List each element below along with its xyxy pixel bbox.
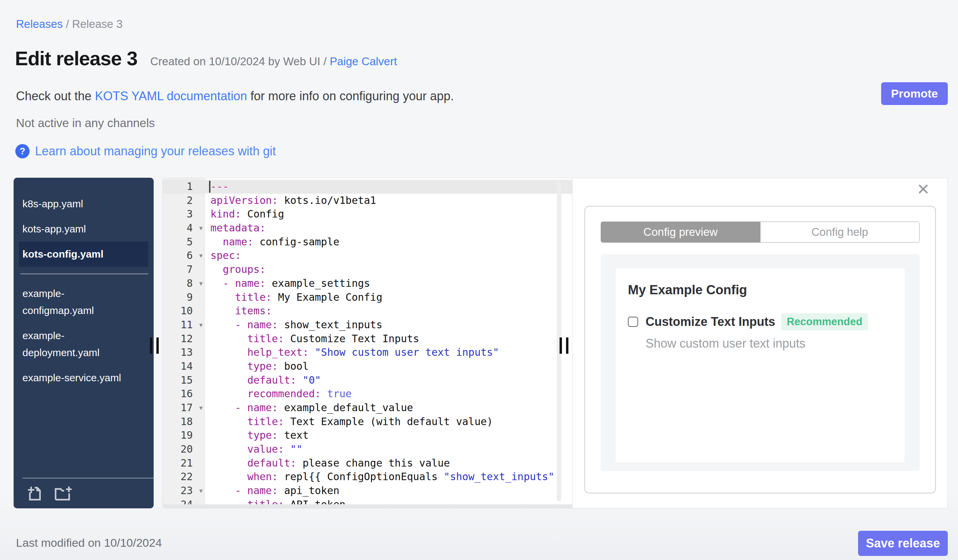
code-line-1[interactable]: 1--- [163,180,572,194]
code-text[interactable]: default: please change this value [204,456,450,470]
code-text[interactable]: title: Text Example (with default value) [204,415,493,429]
yaml-editor[interactable]: 1---2apiVersion: kots.io/v1beta13kind: C… [163,178,572,508]
line-number: 18 [163,415,204,429]
code-text[interactable]: - name: show_text_inputs [204,318,382,332]
customize-text-inputs-checkbox[interactable] [628,317,638,327]
new-file-button[interactable] [25,484,43,503]
line-number: 4▾ [163,221,204,235]
recommended-badge: Recommended [781,313,868,330]
line-number: 23▾ [163,484,204,498]
code-line-7[interactable]: 7 groups: [163,263,572,277]
config-tabs: Config preview Config help [601,221,920,243]
code-line-10[interactable]: 10 items: [163,304,572,318]
code-line-9[interactable]: 9 title: My Example Config [163,291,572,304]
learn-git-link[interactable]: Learn about managing your releases with … [35,144,276,158]
code-line-19[interactable]: 19 type: text [163,429,572,443]
sidebar-item-example-deployment-yaml[interactable]: example-deployment.yaml [14,323,154,365]
line-number: 2 [163,194,204,207]
code-line-12[interactable]: 12 title: Customize Text Inputs [163,332,572,346]
code-text[interactable]: - name: example_settings [204,277,370,291]
breadcrumb-releases-link[interactable]: Releases [16,18,63,30]
code-line-15[interactable]: 15 default: "0" [163,373,572,388]
line-number: 22 [163,470,204,484]
sidebar-item-kots-app-yaml[interactable]: kots-app.yaml [14,217,154,242]
code-text[interactable]: title: Customize Text Inputs [204,332,419,346]
sidebar-resize-handle[interactable] [150,337,163,355]
author-link[interactable]: Paige Calvert [330,55,397,68]
code-text[interactable]: metadata: [204,221,266,235]
code-text[interactable]: name: config-sample [204,235,339,249]
code-line-22[interactable]: 22 when: repl{{ ConfigOptionEquals "show… [163,470,572,484]
code-line-11[interactable]: 11▾ - name: show_text_inputs [163,318,572,332]
sidebar-item-example-service-yaml[interactable]: example-service.yaml [14,365,154,391]
code-line-23[interactable]: 23▾ - name: api_token [163,484,572,498]
editor-resize-handle[interactable] [560,337,573,355]
tab-config-help[interactable]: Config help [760,222,920,242]
file-sidebar: k8s-app.yamlkots-app.yamlkots-config.yam… [14,178,154,508]
code-line-16[interactable]: 16 recommended: true [163,387,572,401]
code-text[interactable]: groups: [204,263,266,277]
code-text[interactable]: kind: Config [204,207,284,221]
config-group-title: My Example Config [628,283,747,297]
code-line-4[interactable]: 4▾metadata: [163,221,572,235]
code-text[interactable]: default: "0" [204,373,321,388]
file-list-divider [21,274,148,274]
code-text[interactable]: spec: [204,249,241,263]
fold-arrow-icon[interactable]: ▾ [199,277,203,291]
code-text[interactable]: help_text: "Show custom user text inputs… [204,346,499,359]
code-text[interactable]: - name: api_token [204,484,339,498]
code-text[interactable]: value: "" [204,443,303,456]
code-line-2[interactable]: 2apiVersion: kots.io/v1beta1 [163,194,572,207]
code-line-5[interactable]: 5 name: config-sample [163,235,572,249]
config-group-card: My Example Config Customize Text Inputs … [615,269,905,462]
sidebar-item-example-configmap-yaml[interactable]: example-configmap.yaml [14,281,154,323]
tab-config-preview[interactable]: Config preview [601,222,760,242]
last-modified-text: Last modified on 10/10/2024 [16,536,162,549]
fold-arrow-icon[interactable]: ▾ [199,484,203,498]
question-mark-icon[interactable]: ? [15,144,30,158]
code-text[interactable]: type: text [204,429,309,443]
docs-post: for more info on configuring your app. [247,89,454,103]
fold-arrow-icon[interactable]: ▾ [199,249,203,263]
sidebar-item-k8s-app-yaml[interactable]: k8s-app.yaml [14,191,154,217]
save-release-button[interactable]: Save release [858,531,948,556]
code-text[interactable]: - name: example_default_value [204,401,413,415]
sidebar-item-kots-config-yaml[interactable]: kots-config.yaml [19,242,148,267]
line-number: 9 [163,291,204,304]
line-number: 12 [163,332,204,346]
line-number: 14 [163,359,204,373]
line-number: 5 [163,235,204,249]
kots-docs-link[interactable]: KOTS YAML documentation [95,89,247,103]
code-text[interactable]: items: [204,304,272,318]
line-number: 17▾ [163,401,204,415]
code-text[interactable]: recommended: true [204,387,352,401]
code-text[interactable]: type: bool [204,359,309,373]
fold-arrow-icon[interactable]: ▾ [199,318,203,332]
code-line-3[interactable]: 3kind: Config [163,207,572,221]
code-line-13[interactable]: 13 help_text: "Show custom user text inp… [163,346,572,359]
learn-git-row[interactable]: ? Learn about managing your releases wit… [15,144,276,158]
new-folder-button[interactable] [52,484,72,503]
code-text[interactable]: --- [204,180,229,194]
code-line-6[interactable]: 6▾spec: [163,249,572,263]
line-number: 20 [163,443,204,456]
sidebar-footer [22,478,154,503]
line-number: 15 [163,373,204,388]
editor-horizontal-scrollbar[interactable] [163,504,572,508]
fold-arrow-icon[interactable]: ▾ [199,401,203,415]
code-text[interactable]: apiVersion: kots.io/v1beta1 [204,194,376,207]
close-icon[interactable]: ✕ [917,182,930,197]
code-text[interactable]: title: My Example Config [204,291,382,304]
code-line-18[interactable]: 18 title: Text Example (with default val… [163,415,572,429]
code-line-17[interactable]: 17▾ - name: example_default_value [163,401,572,415]
code-text[interactable]: when: repl{{ ConfigOptionEquals "show_te… [204,470,554,484]
line-number: 21 [163,456,204,470]
code-line-21[interactable]: 21 default: please change this value [163,456,572,470]
fold-arrow-icon[interactable]: ▾ [199,221,203,235]
code-line-8[interactable]: 8▾ - name: example_settings [163,277,572,291]
code-line-14[interactable]: 14 type: bool [163,359,572,373]
promote-button[interactable]: Promote [881,82,948,105]
created-text: Created on 10/10/2024 by Web UI / [150,55,330,68]
text-caret [209,181,211,193]
code-line-20[interactable]: 20 value: "" [163,443,572,456]
